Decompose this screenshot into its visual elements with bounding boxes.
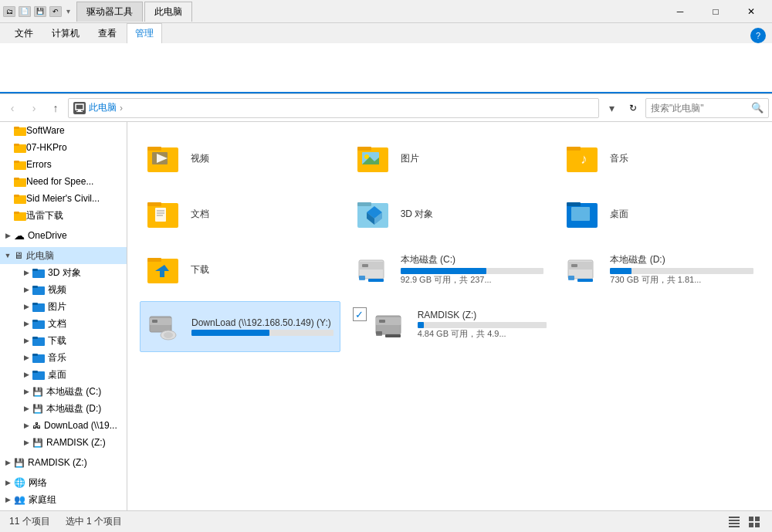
refresh-button[interactable]: ↻ — [624, 99, 642, 117]
sidebar-label-this-pc: 此电脑 — [26, 249, 54, 263]
sidebar-item-sid-meier[interactable]: Sid Meier's Civil... — [0, 190, 127, 207]
expand-icon: ▶ — [22, 285, 31, 294]
sidebar-item-download-network[interactable]: ▶ 🖧 DownLoad (\\19... — [0, 417, 127, 434]
pictures-info: 图片 — [401, 152, 544, 167]
svg-rect-16 — [32, 269, 38, 271]
svg-rect-76 — [376, 331, 382, 336]
svg-rect-56 — [147, 258, 161, 262]
selected-count-label: 选中 1 个项目 — [66, 516, 122, 527]
tab-driver-tools[interactable]: 驱动器工具 — [76, 2, 143, 22]
drive-d-icon: 💾 — [32, 404, 43, 414]
selection-checkbox[interactable]: ✓ — [353, 307, 367, 321]
svg-rect-4 — [14, 127, 19, 129]
search-input[interactable] — [651, 103, 751, 114]
tab-this-pc[interactable]: 此电脑 — [144, 2, 192, 22]
sidebar-item-ramdisk-z[interactable]: ▶ 💾 RAMDISK (Z:) — [0, 434, 127, 451]
svg-rect-75 — [379, 320, 385, 323]
music-icon: ♪ — [565, 141, 602, 178]
sidebar-item-errors[interactable]: Errors — [0, 156, 127, 173]
svg-rect-6 — [14, 144, 19, 146]
undo-icon[interactable]: ↶ — [49, 6, 62, 17]
sidebar-item-ramdisk-top[interactable]: ▶ 💾 RAMDISK (Z:) — [0, 454, 127, 471]
expand-icon: ▶ — [3, 458, 12, 467]
sidebar-item-network[interactable]: ▶ 🌐 网络 — [0, 474, 127, 491]
videos-icon — [146, 141, 183, 178]
item-3d-objects[interactable]: 3D 对象 — [350, 190, 550, 239]
sidebar-item-need-for-speed[interactable]: Need for Spee... — [0, 173, 127, 190]
large-icons-view-button[interactable] — [746, 513, 763, 530]
svg-rect-82 — [749, 517, 753, 521]
ribbon-tab-view[interactable]: 查看 — [90, 23, 125, 43]
close-button[interactable]: ✕ — [733, 0, 769, 23]
svg-rect-84 — [749, 523, 753, 527]
svg-point-72 — [164, 332, 173, 338]
ribbon-tab-computer[interactable]: 计算机 — [43, 23, 88, 43]
svg-text:♪: ♪ — [581, 151, 587, 167]
selection-indicator: ✓ RAMDISK (Z:) — [350, 301, 550, 352]
expand-icon: ▶ — [22, 353, 31, 362]
dropdown-arrow[interactable]: ▾ — [66, 7, 70, 15]
sidebar-item-drive-d[interactable]: ▶ 💾 本地磁盘 (D:) — [0, 400, 127, 417]
sidebar-item-thunder-download[interactable]: 迅雷下载 — [0, 207, 127, 224]
item-documents[interactable]: 文档 — [140, 190, 340, 239]
item-ramdisk[interactable]: RAMDISK (Z:) 4.84 GB 可用，共 4.9... — [373, 307, 547, 344]
onedrive-icon: ☁ — [14, 229, 25, 242]
back-button[interactable]: ‹ — [3, 99, 22, 117]
item-downloads[interactable]: 下载 — [140, 246, 340, 295]
item-videos[interactable]: 视频 — [140, 134, 340, 184]
svg-rect-30 — [147, 147, 161, 151]
folder-icon — [32, 284, 45, 295]
minimize-button[interactable]: ─ — [662, 0, 698, 23]
maximize-button[interactable]: □ — [698, 0, 733, 23]
sidebar-label-software: SoftWare — [26, 125, 65, 136]
network-icon: 🌐 — [14, 477, 25, 488]
search-box[interactable]: 🔍 — [645, 98, 769, 118]
svg-rect-42 — [147, 202, 161, 206]
expand-icon: ▶ — [22, 438, 31, 447]
sidebar-label-need-for-speed: Need for Spee... — [26, 176, 93, 187]
sidebar-item-3d-objects[interactable]: ▶ 3D 对象 — [0, 264, 127, 281]
sidebar-item-drive-c[interactable]: ▶ 💾 本地磁盘 (C:) — [0, 383, 127, 400]
up-button[interactable]: ↑ — [46, 99, 65, 117]
system-icon[interactable]: 🗂 — [3, 6, 15, 17]
item-pictures[interactable]: 图片 — [350, 134, 550, 184]
svg-rect-20 — [32, 303, 38, 305]
drive-d-info: 本地磁盘 (D:) 730 GB 可用，共 1.81... — [610, 253, 753, 288]
help-button[interactable]: ? — [750, 28, 766, 43]
svg-rect-70 — [152, 320, 157, 323]
svg-rect-24 — [32, 337, 38, 339]
sidebar-item-documents[interactable]: ▶ 文档 — [0, 315, 127, 332]
sidebar-item-videos[interactable]: ▶ 视频 — [0, 281, 127, 298]
sidebar-item-desktop[interactable]: ▶ 桌面 — [0, 366, 127, 383]
details-view-button[interactable] — [726, 513, 743, 530]
item-desktop[interactable]: 桌面 — [559, 190, 760, 239]
svg-rect-48 — [357, 202, 371, 206]
address-dropdown[interactable]: ▾ — [602, 99, 621, 117]
sidebar-item-software[interactable]: SoftWare — [0, 122, 127, 139]
item-music[interactable]: ♪ 音乐 — [559, 134, 760, 184]
item-download-network[interactable]: DownLoad (\\192.168.50.149) (Y:) — [140, 301, 340, 352]
ribbon-tab-file[interactable]: 文件 — [6, 23, 42, 43]
item-drive-d[interactable]: 本地磁盘 (D:) 730 GB 可用，共 1.81... — [559, 246, 760, 295]
sidebar-item-homegroup[interactable]: ▶ 👥 家庭组 — [0, 491, 127, 508]
ribbon-tab-manage[interactable]: 管理 — [127, 23, 162, 43]
quick-access-icon[interactable]: 📄 — [19, 6, 31, 17]
sidebar-item-onedrive[interactable]: ▶ ☁ OneDrive — [0, 227, 127, 244]
sidebar-item-this-pc[interactable]: ▼ 🖥 此电脑 — [0, 247, 127, 264]
expand-icon — [3, 211, 12, 220]
sidebar-item-music[interactable]: ▶ 音乐 — [0, 349, 127, 366]
item-drive-c[interactable]: 本地磁盘 (C:) 92.9 GB 可用，共 237... — [350, 246, 550, 295]
sidebar-label-drive-c: 本地磁盘 (C:) — [46, 385, 101, 398]
svg-rect-43 — [155, 208, 166, 222]
address-path[interactable]: 此电脑 › — [68, 98, 599, 118]
svg-rect-53 — [567, 202, 581, 206]
sidebar-item-pictures[interactable]: ▶ 图片 — [0, 298, 127, 315]
folder-icon — [32, 318, 45, 329]
sidebar-item-07hkpro[interactable]: 07-HKPro — [0, 139, 127, 156]
save-icon[interactable]: 💾 — [34, 6, 46, 17]
forward-button[interactable]: › — [25, 99, 43, 117]
address-arrow: › — [120, 103, 123, 114]
main-layout: SoftWare 07-HKPro Errors Need for Spee..… — [0, 122, 772, 510]
sidebar-item-downloads[interactable]: ▶ 下载 — [0, 332, 127, 349]
expand-icon: ▶ — [3, 231, 12, 240]
